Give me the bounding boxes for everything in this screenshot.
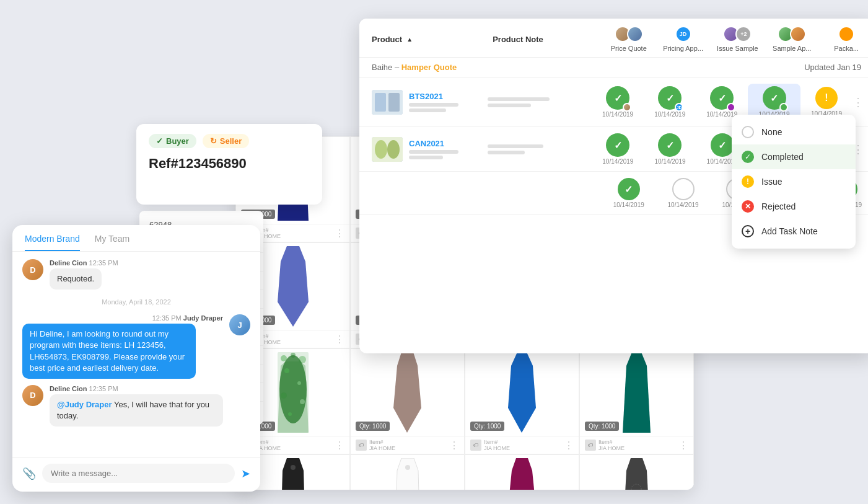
- status-circle-green: ✓: [711, 133, 734, 157]
- more-options-icon[interactable]: ⋮: [564, 440, 574, 451]
- more-options-icon[interactable]: ⋮: [678, 440, 688, 451]
- product-image-area: [465, 455, 579, 490]
- buyer-badge[interactable]: ✓ Buyer: [149, 134, 196, 148]
- more-options-icon[interactable]: ⋮: [449, 440, 459, 451]
- seller-badge[interactable]: ↻ Seller: [203, 134, 249, 148]
- product-cell-4-2[interactable]: 🏷 Item#JIA HOME ⋮: [350, 454, 465, 490]
- img-footer: 🏷 Item#JIA HOME ⋮: [580, 436, 693, 454]
- date-divider: Monday, April 18, 2022: [22, 296, 250, 308]
- more-options-icon[interactable]: ⋮: [335, 334, 344, 345]
- stage-cell-2[interactable]: 10/14/2019: [656, 178, 711, 208]
- product-name-link[interactable]: BTS2021: [409, 92, 458, 101]
- dropdown-item-rejected[interactable]: ✕ Rejected: [732, 194, 856, 219]
- message-bubble-3: @Judy Draper Yes, I will have that for y…: [50, 394, 223, 427]
- rejected-label: Rejected: [761, 201, 796, 211]
- issue-label: Issue: [761, 177, 782, 187]
- hamper-quote-link[interactable]: Hamper Quote: [401, 63, 457, 72]
- dropdown-item-completed[interactable]: ✓ Completed: [732, 144, 856, 169]
- product-cell-4-3[interactable]: 🏷 Item#JIA HOME ⋮: [465, 454, 579, 490]
- qty-badge: Qty: 1000: [356, 422, 390, 431]
- product-cell-3-2[interactable]: Qty: 1000 🏷 Item#JIA HOME ⋮: [350, 348, 465, 454]
- stage-cell-3[interactable]: ✓ 10/14/2019: [696, 86, 748, 118]
- status-circle-green: ✓: [658, 133, 682, 157]
- updated-label: Updated Jan 19: [804, 63, 861, 72]
- status-badge: ✓ 10/14/2019: [706, 86, 737, 118]
- status-date: 10/14/2019: [654, 158, 685, 165]
- tab-my-team[interactable]: My Team: [95, 225, 130, 251]
- dropdown-item-issue[interactable]: ! Issue: [732, 169, 856, 194]
- row-menu-dots[interactable]: ⋮: [853, 95, 868, 109]
- item-info: 🏷 Item#JIA HOME: [356, 439, 395, 451]
- status-circle-green: ✓: [606, 86, 629, 110]
- rejected-icon: ✕: [742, 200, 754, 213]
- more-options-icon[interactable]: ⋮: [335, 440, 344, 451]
- more-options-icon[interactable]: ⋮: [335, 228, 344, 239]
- stage-cell-5[interactable]: ! 10/14/2019: [800, 87, 853, 117]
- avatar-jd: JD: [675, 26, 691, 42]
- dropdown-item-none[interactable]: None: [732, 120, 856, 144]
- stage-cell-2[interactable]: ✓ JD 10/14/2019: [644, 86, 696, 118]
- stage-label: Pricing App...: [663, 45, 703, 52]
- tab-modern-brand[interactable]: Modern Brand: [25, 225, 80, 251]
- product-lines: BTS2021: [409, 92, 458, 112]
- check-icon: ✓: [625, 183, 633, 195]
- check-icon: ✓: [666, 139, 674, 151]
- note-col-label: Product Note: [493, 35, 543, 44]
- product-info-can2021: CAN2021: [359, 137, 488, 162]
- note-column-header: Product Note: [493, 35, 602, 44]
- svg-point-9: [288, 412, 292, 416]
- stage-sample-ap: Sample Ap...: [765, 26, 819, 52]
- avatar-overlay: [779, 103, 788, 112]
- svg-point-6: [297, 381, 301, 385]
- stage-cell-1[interactable]: ✓ 10/14/2019: [602, 178, 656, 208]
- svg-point-4: [279, 355, 307, 423]
- dress-svg: [620, 458, 654, 490]
- product-cell-3-4[interactable]: Qty: 1000 🏷 Item#JIA HOME ⋮: [579, 348, 694, 454]
- message-time-3: 12:35 PM: [89, 385, 118, 392]
- status-badge: ✓ JD 10/14/2019: [654, 86, 685, 118]
- message-text: Requoted.: [57, 274, 94, 283]
- status-circle-empty: [672, 178, 695, 200]
- dress-svg: [505, 352, 539, 433]
- attach-icon[interactable]: 📎: [22, 467, 36, 480]
- stage-cell-1[interactable]: ✓ 10/14/2019: [592, 86, 644, 118]
- stage-package: Packa...: [819, 26, 868, 52]
- stage-label: Packa...: [834, 45, 859, 52]
- avatar-overlay: [623, 103, 631, 112]
- status-badge: ✓ 10/14/2019: [602, 86, 633, 118]
- item-label: Item#JIA HOME: [598, 439, 625, 451]
- avatar-stack: [615, 26, 643, 42]
- chat-tabs: Modern Brand My Team: [12, 225, 260, 252]
- svg-rect-14: [375, 93, 386, 112]
- product-line-2: [409, 108, 446, 112]
- product-line-2: [409, 156, 443, 159]
- thumb-svg: [372, 137, 403, 162]
- svg-point-18: [387, 140, 400, 159]
- message-row-1: D Deline Cion 12:35 PM Requoted.: [22, 259, 250, 290]
- note-col-bts2021: [488, 97, 592, 107]
- stage-cell-1[interactable]: ✓ 10/14/2019: [592, 133, 644, 165]
- product-cell-4-4[interactable]: 🏷 Item#JIA HOME ⋮: [579, 454, 694, 490]
- sender-name-2: Judy Draper: [183, 314, 223, 322]
- product-cell-3-3[interactable]: Qty: 1000 🏷 Item#JIA HOME ⋮: [465, 348, 579, 454]
- breadcrumb-separator: –: [395, 63, 401, 72]
- stage-cell-2[interactable]: ✓ 10/14/2019: [644, 133, 696, 165]
- status-badge: 10/14/2019: [668, 178, 699, 208]
- note-col-can2021: [488, 144, 592, 154]
- avatar-orange: [790, 26, 806, 42]
- note-line-1: [488, 97, 550, 101]
- stage-label: Price Quote: [611, 45, 647, 52]
- dropdown-item-add-task-note[interactable]: + Add Task Note: [732, 219, 856, 244]
- avatar-deline-2: D: [22, 385, 43, 406]
- status-circle-warning: !: [815, 87, 838, 109]
- seller-cycle-icon: ↻: [210, 136, 217, 146]
- avatar-count: +2: [735, 26, 752, 42]
- product-name-link[interactable]: CAN2021: [409, 139, 458, 148]
- add-icon: +: [742, 225, 754, 237]
- sort-arrow[interactable]: ▲: [406, 36, 413, 43]
- workflow-header: Product ▲ Product Note Price Quote JD Pr…: [359, 19, 868, 58]
- svg-point-11: [405, 465, 410, 470]
- chat-input[interactable]: [42, 464, 235, 483]
- status-circle-green: ✓ JD: [658, 86, 682, 110]
- send-icon[interactable]: ➤: [241, 467, 250, 480]
